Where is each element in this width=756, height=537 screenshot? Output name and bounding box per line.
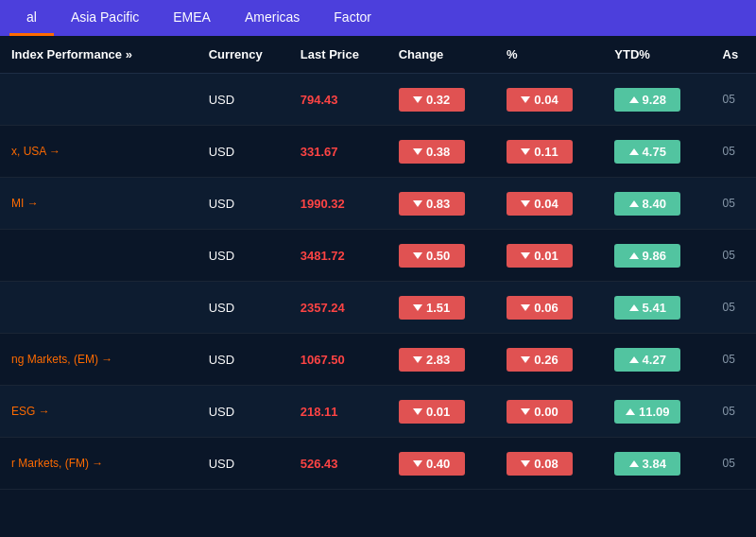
row-name: ESG → (0, 386, 201, 438)
nav-tab-asia-pacific[interactable]: Asia Pacific (54, 0, 156, 36)
table-row: USD794.43 0.32 0.04 9.2805 (0, 74, 756, 126)
arrow-up-icon (629, 96, 639, 103)
nav-tab-factor[interactable]: Factor (317, 0, 388, 36)
arrow-down-icon (521, 96, 530, 103)
arrow-down-icon (413, 304, 422, 311)
change-cell: 0.38 (391, 126, 499, 178)
col-header-6: As (715, 36, 756, 74)
arrow-up-icon (626, 408, 635, 415)
col-header-2: Last Price (293, 36, 391, 74)
row-name (0, 230, 201, 282)
currency-cell: USD (201, 230, 293, 282)
arrow-up-icon (629, 252, 639, 259)
pct-cell: 0.11 (499, 126, 607, 178)
row-name: r Markets, (FM) → (0, 438, 201, 490)
pct-cell: 0.26 (499, 334, 607, 386)
change-cell: 0.40 (391, 438, 499, 490)
arrow-down-icon (413, 252, 422, 259)
change-cell: 0.01 (391, 386, 499, 438)
as-of-cell: 05 (715, 230, 756, 282)
last-price: 218.11 (293, 386, 391, 438)
table-row: ESG →USD218.11 0.01 0.00 11.0905 (0, 386, 756, 438)
last-price: 794.43 (293, 74, 391, 126)
currency-cell: USD (201, 282, 293, 334)
currency-cell: USD (201, 438, 293, 490)
ytd-cell: 3.84 (607, 438, 714, 490)
col-header-0: Index Performance » (0, 36, 201, 74)
pct-cell: 0.08 (499, 438, 607, 490)
pct-cell: 0.04 (499, 74, 607, 126)
table-container: Index Performance »CurrencyLast PriceCha… (0, 36, 756, 490)
col-header-4: % (499, 36, 607, 74)
currency-cell: USD (201, 178, 293, 230)
arrow-up-icon (629, 460, 639, 467)
as-of-cell: 05 (715, 438, 756, 490)
arrow-down-icon (413, 96, 422, 103)
pct-cell: 0.06 (499, 282, 607, 334)
pct-cell: 0.01 (499, 230, 607, 282)
row-name: ng Markets, (EM) → (0, 334, 201, 386)
col-header-1: Currency (201, 36, 293, 74)
as-of-cell: 05 (715, 282, 756, 334)
pct-cell: 0.00 (499, 386, 607, 438)
last-price: 1990.32 (293, 178, 391, 230)
arrow-down-icon (521, 304, 530, 311)
table-row: USD2357.24 1.51 0.06 5.4105 (0, 282, 756, 334)
arrow-down-icon (521, 252, 530, 259)
change-cell: 0.50 (391, 230, 499, 282)
arrow-down-icon (413, 148, 422, 155)
row-name: MI → (0, 178, 201, 230)
col-header-3: Change (391, 36, 499, 74)
pct-cell: 0.04 (499, 178, 607, 230)
nav-tab-americas[interactable]: Americas (228, 0, 317, 36)
currency-cell: USD (201, 334, 293, 386)
ytd-cell: 8.40 (607, 178, 714, 230)
change-cell: 0.83 (391, 178, 499, 230)
row-name: x, USA → (0, 126, 201, 178)
row-name (0, 74, 201, 126)
as-of-cell: 05 (715, 74, 756, 126)
arrow-up-icon (629, 148, 639, 155)
ytd-cell: 4.75 (607, 126, 714, 178)
change-cell: 1.51 (391, 282, 499, 334)
table-row: USD3481.72 0.50 0.01 9.8605 (0, 230, 756, 282)
currency-cell: USD (201, 386, 293, 438)
ytd-cell: 9.86 (607, 230, 714, 282)
arrow-down-icon (521, 200, 530, 207)
arrow-down-icon (521, 356, 530, 363)
ytd-cell: 4.27 (607, 334, 714, 386)
ytd-cell: 5.41 (607, 282, 714, 334)
last-price: 331.67 (293, 126, 391, 178)
nav-bar: alAsia PacificEMEAAmericasFactor (0, 0, 756, 36)
arrow-down-icon (413, 356, 422, 363)
last-price: 526.43 (293, 438, 391, 490)
col-header-5: YTD% (607, 36, 714, 74)
ytd-cell: 9.28 (607, 74, 714, 126)
table-row: x, USA →USD331.67 0.38 0.11 4.7505 (0, 126, 756, 178)
table-row: MI →USD1990.32 0.83 0.04 8.4005 (0, 178, 756, 230)
arrow-down-icon (413, 408, 422, 415)
change-cell: 0.32 (391, 74, 499, 126)
as-of-cell: 05 (715, 178, 756, 230)
change-cell: 2.83 (391, 334, 499, 386)
arrow-down-icon (521, 460, 530, 467)
as-of-cell: 05 (715, 126, 756, 178)
row-name (0, 282, 201, 334)
arrow-down-icon (521, 408, 530, 415)
currency-cell: USD (201, 126, 293, 178)
arrow-down-icon (413, 460, 422, 467)
nav-tab-al[interactable]: al (9, 0, 54, 36)
ytd-cell: 11.09 (607, 386, 714, 438)
arrow-down-icon (413, 200, 422, 207)
arrow-up-icon (629, 356, 639, 363)
arrow-up-icon (629, 200, 639, 207)
nav-tab-emea[interactable]: EMEA (156, 0, 228, 36)
arrow-down-icon (521, 148, 530, 155)
arrow-up-icon (629, 304, 639, 311)
table-row: ng Markets, (EM) →USD1067.50 2.83 0.26 4… (0, 334, 756, 386)
as-of-cell: 05 (715, 386, 756, 438)
currency-cell: USD (201, 74, 293, 126)
as-of-cell: 05 (715, 334, 756, 386)
last-price: 1067.50 (293, 334, 391, 386)
last-price: 2357.24 (293, 282, 391, 334)
